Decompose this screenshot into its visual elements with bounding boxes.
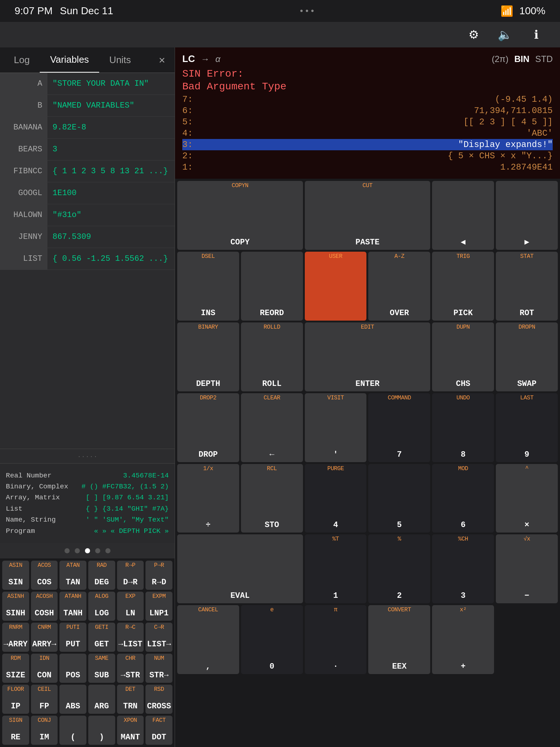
calc-button[interactable]: NUM STR→: [145, 654, 172, 683]
calc-button[interactable]: CNRM ARRY→: [31, 623, 58, 652]
calc-button[interactable]: ROLLD ROLL: [241, 322, 303, 391]
calc-button[interactable]: A-Z OVER: [368, 252, 430, 321]
calc-button[interactable]: e 0: [241, 605, 303, 674]
tab-close-button[interactable]: ×: [153, 50, 171, 70]
var-row[interactable]: BEARS 3: [0, 139, 175, 160]
calc-button[interactable]: EXP LN: [117, 592, 144, 621]
tab-log[interactable]: Log: [4, 48, 40, 72]
calc-button[interactable]: √x −: [496, 534, 558, 603]
var-row[interactable]: B "NAMED VARIABLES": [0, 95, 175, 117]
calc-button[interactable]: ATAN TAN: [59, 561, 86, 590]
calc-button[interactable]: ASINH SINH: [2, 592, 29, 621]
calc-button[interactable]: PUTI PUT: [59, 623, 86, 652]
calc-button[interactable]: 1/x ÷: [177, 464, 239, 533]
calc-button[interactable]: ^ ×: [496, 464, 558, 533]
calc-button[interactable]: π ·: [305, 605, 367, 674]
calc-button[interactable]: C→R LIST→: [145, 623, 172, 652]
calc-button[interactable]: CEIL FP: [31, 685, 58, 714]
calc-button[interactable]: (: [59, 716, 86, 745]
calc-button[interactable]: ABS: [59, 685, 86, 714]
calc-button[interactable]: FLOOR IP: [2, 685, 29, 714]
stack-line[interactable]: 1:1.28749E41: [182, 162, 553, 173]
calc-button[interactable]: CANCEL ,: [177, 605, 239, 674]
calc-button[interactable]: MOD 6: [432, 464, 494, 533]
calc-button[interactable]: ): [88, 716, 115, 745]
stack-line[interactable]: 3:"Display expands!": [182, 139, 553, 150]
calc-button[interactable]: STAT ROT: [496, 252, 558, 321]
calc-button[interactable]: x² +: [432, 605, 494, 674]
tab-units[interactable]: Units: [99, 48, 141, 72]
calc-button[interactable]: ▶: [496, 181, 558, 250]
calc-button[interactable]: UNDO 8: [432, 393, 494, 462]
calc-button[interactable]: BINARY DEPTH: [177, 322, 239, 391]
calc-button[interactable]: FACT DOT: [145, 716, 172, 745]
calc-button[interactable]: CHR →STR: [117, 654, 144, 683]
calc-button[interactable]: POS: [59, 654, 86, 683]
calc-button[interactable]: CLEAR ←: [241, 393, 303, 462]
calc-button[interactable]: XPON MANT: [117, 716, 144, 745]
tab-variables[interactable]: Variables: [40, 47, 99, 73]
calc-button[interactable]: USER: [305, 252, 367, 321]
calc-button[interactable]: SIGN RE: [2, 716, 29, 745]
calc-button[interactable]: R→P D→R: [117, 561, 144, 590]
page-dot[interactable]: [105, 548, 110, 553]
calc-button[interactable]: CONVERT EEX: [368, 605, 430, 674]
calc-button[interactable]: LAST 9: [496, 393, 558, 462]
calc-button[interactable]: DROPN SWAP: [496, 322, 558, 391]
calc-button[interactable]: ACOS COS: [31, 561, 58, 590]
calc-button[interactable]: ALOG LOG: [88, 592, 115, 621]
calc-button[interactable]: CUT PASTE: [305, 181, 431, 250]
calc-button[interactable]: REORD: [241, 252, 303, 321]
page-dot[interactable]: [85, 548, 90, 553]
calc-button[interactable]: RNRM →ARRY: [2, 623, 29, 652]
calc-button[interactable]: DROP2 DROP: [177, 393, 239, 462]
calc-button[interactable]: ◀: [432, 181, 494, 250]
settings-icon[interactable]: ⚙: [464, 26, 483, 44]
calc-button[interactable]: %T 1: [305, 534, 367, 603]
calc-button[interactable]: ASIN SIN: [2, 561, 29, 590]
stack-line[interactable]: 5:[[ 2 3 ] [ 4 5 ]]: [182, 116, 553, 128]
info-icon[interactable]: ℹ: [527, 26, 545, 44]
calc-button[interactable]: RDM SIZE: [2, 654, 29, 683]
var-row[interactable]: JENNY 867.5309: [0, 226, 175, 248]
stack-line[interactable]: 4:'ABC': [182, 128, 553, 139]
calc-button[interactable]: EVAL: [177, 534, 303, 603]
calc-button[interactable]: DSEL INS: [177, 252, 239, 321]
var-row[interactable]: BANANA 9.82E-8: [0, 117, 175, 139]
stack-line[interactable]: 2:{ 5 × CHS × x "Y...}: [182, 150, 553, 162]
calc-button[interactable]: EDIT ENTER: [305, 322, 431, 391]
calc-button[interactable]: ACOSH COSH: [31, 592, 58, 621]
calc-button[interactable]: EXPM LNP1: [145, 592, 172, 621]
calc-button[interactable]: GETI GET: [88, 623, 115, 652]
calc-button[interactable]: P→R R→D: [145, 561, 172, 590]
calc-button[interactable]: RSD CROSS: [145, 685, 172, 714]
page-dot[interactable]: [75, 548, 80, 553]
var-row[interactable]: LIST { 0.56 -1.25 1.5562 ...}: [0, 248, 175, 270]
calc-button[interactable]: IDN CON: [31, 654, 58, 683]
calc-button[interactable]: DUPN CHS: [432, 322, 494, 391]
calc-button[interactable]: COPYN COPY: [177, 181, 303, 250]
calc-button[interactable]: RCL STO: [241, 464, 303, 533]
calc-button[interactable]: ATANH TANH: [59, 592, 86, 621]
calc-button[interactable]: COMMAND 7: [368, 393, 430, 462]
calc-button[interactable]: RAD DEG: [88, 561, 115, 590]
calc-button[interactable]: ARG: [88, 685, 115, 714]
stack-line[interactable]: 6:71,394,711.0815: [182, 105, 553, 116]
calc-button[interactable]: VISIT ': [305, 393, 367, 462]
calc-button[interactable]: TRIG PICK: [432, 252, 494, 321]
calc-button[interactable]: DET TRN: [117, 685, 144, 714]
page-dot[interactable]: [95, 548, 100, 553]
calc-button[interactable]: 5: [368, 464, 430, 533]
speaker-icon[interactable]: 🔈: [496, 26, 514, 44]
calc-button[interactable]: CONJ IM: [31, 716, 58, 745]
calc-button[interactable]: R→C →LIST: [117, 623, 144, 652]
calc-button[interactable]: % 2: [368, 534, 430, 603]
stack-line[interactable]: 7:(-9.45 1.4): [182, 94, 553, 105]
calc-button[interactable]: SAME SUB: [88, 654, 115, 683]
var-row[interactable]: GOOGL 1E100: [0, 182, 175, 204]
page-dot[interactable]: [65, 548, 70, 553]
var-row[interactable]: A "STORE YOUR DATA IN": [0, 73, 175, 95]
var-row[interactable]: FIBNCC { 1 1 2 3 5 8 13 21 ...}: [0, 160, 175, 182]
calc-button[interactable]: PURGE 4: [305, 464, 367, 533]
calc-button[interactable]: %CH 3: [432, 534, 494, 603]
